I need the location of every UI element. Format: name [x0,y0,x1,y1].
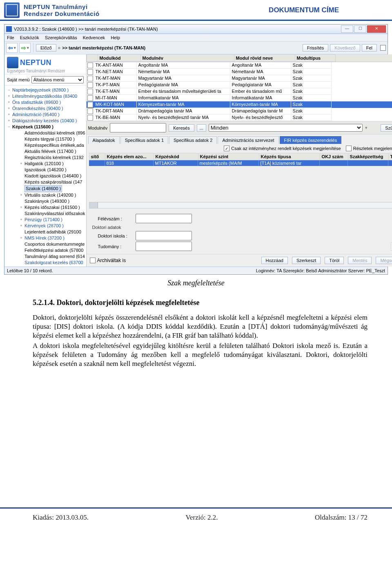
tree-node[interactable]: Lejelentett adathibák (29100 [7,229,85,235]
tree-node[interactable]: +Diákigazolvány kezelés (10400 ) [7,118,85,124]
subgrid-col-header[interactable]: Képzési szint [198,153,259,160]
filter-button[interactable]: Szűrés [381,124,392,132]
grid-row[interactable]: TK-NET-MANNémettanár MANémettanár MASzak [87,69,392,75]
tree-node[interactable]: Igazolások (146200 ) [7,167,85,173]
grid-row[interactable]: TK-DRT-MANDrámapedagógia tanár MADrámape… [87,108,392,114]
subgrid-col-header[interactable]: To [389,153,392,160]
brand-line1: NEPTUN Tanulmányi [24,3,269,10]
tree-node[interactable]: Képzésspecifikus értékek,ada [7,142,85,148]
tree-node[interactable]: +Kérvények (28700 ) [7,223,85,229]
doktori-iskola-input[interactable] [136,231,192,240]
menu-file[interactable]: File [7,35,14,40]
tudomany-input[interactable] [136,242,192,251]
menu-roleswitch[interactable]: Szerepkörváltás [45,35,77,40]
search-ellipsis-button[interactable]: ... [197,124,206,132]
grid-row[interactable]: TK-BE-MANNyelv- és beszédfejlesztő tanár… [87,114,392,121]
back-button[interactable]: ⇦▾ [6,43,18,53]
grid-col-header[interactable]: Modul rövid neve [234,54,295,62]
subgrid-col-header[interactable]: Képzéskód [154,153,198,160]
tree-node[interactable]: +Óra statisztikák (89600 ) [7,99,85,105]
edit-button[interactable]: Szerkeszt [292,257,321,264]
search-input[interactable] [110,123,166,132]
footer-kiadas: Kiadás: 2013.03.05. [33,513,89,522]
menu-help[interactable]: Help [111,35,120,40]
prev-button[interactable]: Előző [36,44,56,52]
grid-col-header[interactable]: Modulnév [141,54,234,62]
grid-row[interactable]: TK-MT-MANMagyartanár MAMagyartanár MASza… [87,75,392,82]
add-button[interactable]: Hozzáad [261,257,288,264]
grid-row[interactable]: MK-KOT-MANKörnyezettan-tanár MAKörnyezet… [87,101,392,108]
tree-node[interactable]: Tanulmányi átlag sorrend (614 [7,253,85,260]
tree-node[interactable]: Aktuális félévek (117400 ) [7,148,85,155]
sajat-menu-select[interactable]: Általános menü [31,76,84,83]
form-remove-button[interactable]: X [391,242,392,251]
save-button[interactable]: Mentés [348,257,372,264]
horizontal-scrollbar[interactable]: ▸ [89,202,392,209]
tree-node[interactable]: Csoportos dokumentummegte [7,241,85,247]
tree-node[interactable]: +Képzés időszakai (161500 ) [7,204,85,211]
tab[interactable]: Adminisztrációs szervezet [218,136,278,144]
grid-row[interactable]: TK-ANT-MANAngoltanár MAAngoltanár MASzak [87,62,392,69]
tree-node[interactable]: −Képzések (115600 ) [7,124,85,130]
tree-node[interactable]: +Hallgatók (120100 ) [7,161,85,167]
tree-node[interactable]: +Létesítménygazdálkodás (83400 [7,93,85,99]
menu-tools[interactable]: Eszközök [20,35,39,40]
details-checkbox[interactable]: Részletek megjelenítése [346,146,392,151]
refresh-button[interactable]: Frissítés [303,44,329,52]
grid-col-header[interactable]: Modulkód [98,54,141,62]
tree-node[interactable]: Képzés szakpárosításai (147 [7,179,85,185]
subgrid-col-header[interactable]: Képzés elem azo... [105,153,154,160]
tab[interactable]: FIR képzés összerendelés [280,136,342,144]
nav-tree[interactable]: −Naptárbejegyzések (82800 )+Létesítményg… [4,85,86,265]
subgrid-col-header[interactable]: OKJ szám [320,153,348,160]
only-inst-checkbox[interactable]: ✓Csak az intézményhez rendelt képzések m… [224,146,341,151]
search-button[interactable]: Keresés [169,124,194,132]
maximize-button[interactable]: ☐ [354,25,366,33]
tab[interactable]: Specifikus adatok 2 [169,136,217,144]
archived-checkbox[interactable]: Archiváltak is [90,258,126,263]
subgrid-col-header[interactable]: Szakképzettség [348,153,389,160]
tree-node[interactable]: +Órarendkészítés (90400 ) [7,105,85,112]
tree-node[interactable]: Szakirányok (149300 ) [7,198,85,204]
grid-row[interactable]: MI-IT-MANInformatikatanár MAInformatikat… [87,95,392,101]
grid-row[interactable]: TK-ET-MANEmber és társadalom műveltségte… [87,88,392,95]
subgrid-col-header[interactable]: sítő [89,153,105,160]
tree-node[interactable]: Képzés tárgyai (115700 ) [7,136,85,142]
tree-node[interactable]: +NMS Hírek (37200 ) [7,235,85,241]
tree-node[interactable]: +Adminisztráció (95400 ) [7,112,85,118]
search-scope-select[interactable]: Minden [209,124,363,132]
subgrid-col-header[interactable]: Képzés típusa [259,153,320,160]
tree-node[interactable]: Regisztrációs kérelmek (1192 [7,155,85,161]
tree-node[interactable]: Kiadott igazolások (146400 ) [7,173,85,179]
sajat-menu-label: Saját menü [7,77,30,82]
app-icon [6,26,12,32]
module-grid[interactable]: TK-ANT-MANAngoltanár MAAngoltanár MASzak… [87,62,392,121]
tab-options-row: ✓Csak az intézményhez rendelt képzések m… [87,144,392,153]
next-button[interactable]: Következő [330,44,360,52]
grid-col-header[interactable] [87,54,98,62]
sidebar-brand-sub: Egységes Tanulmányi Rendszer [7,69,84,73]
close-button[interactable]: ✕ [367,25,386,33]
section-heading: 5.2.1.4. Doktori, doktorjelölti képzések… [33,298,368,307]
pin-icon[interactable] [380,45,386,51]
tree-node[interactable]: +Virtuális szakok (149200 ) [7,192,85,198]
grid-col-header[interactable]: Modultípus [295,54,336,62]
subgrid-row[interactable]: 818MT1AKORmesterképzés (MA/M[T1A] közism… [89,160,392,166]
forward-button[interactable]: ⇨▾ [19,43,31,53]
cancel-button[interactable]: Mégsem [376,257,392,264]
tree-node[interactable]: +Pénzügy (171400 ) [7,217,85,223]
tree-node[interactable]: Adatmódosítási kérelmek (896 [7,130,85,136]
tab[interactable]: Alapadatok [88,136,120,144]
felevszam-input[interactable] [136,214,192,223]
tree-node[interactable]: −Naptárbejegyzések (82800 ) [7,87,85,93]
tab[interactable]: Specifikus adatok 1 [120,136,168,144]
menu-favorites[interactable]: Kedvencek [83,35,105,40]
up-button[interactable]: Fel [362,44,377,52]
delete-button[interactable]: Töröl [325,257,344,264]
tree-node[interactable]: Felnőttképzési adatok (57800 [7,247,85,253]
grid-row[interactable]: TK-PT-MANPedagógiatanár MAPedagógiatanár… [87,82,392,88]
tree-node[interactable]: Szakok (148600 ) [7,185,85,192]
tree-node[interactable]: Szakirányválasztási időszakok [7,211,85,217]
tree-node[interactable]: Szakdolgozat kezelés (63700 [7,260,85,265]
minimize-button[interactable]: — [341,25,353,33]
